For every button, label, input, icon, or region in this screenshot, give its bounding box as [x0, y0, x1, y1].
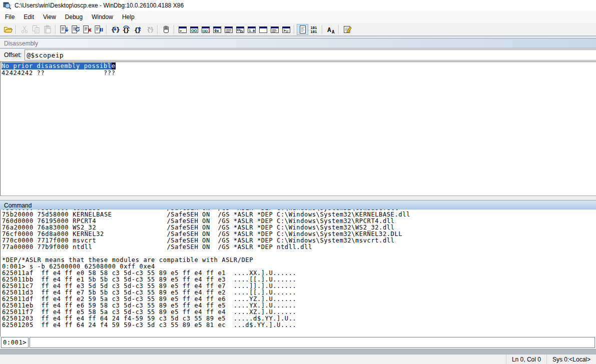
restart-button[interactable]: [70, 24, 81, 35]
open-command-browser-button[interactable]: >: [280, 24, 292, 35]
memory-window-icon: [224, 24, 234, 34]
pane-splitter[interactable]: [0, 196, 596, 200]
call-stack-window-icon: [235, 24, 245, 34]
copy-icon: [31, 24, 41, 34]
stop-debugging-button[interactable]: [81, 24, 93, 35]
command-input[interactable]: [30, 337, 595, 348]
step-into-button[interactable]: {}: [109, 24, 121, 35]
command-window-icon: >_: [178, 24, 188, 34]
scratch-pad-icon: 1.0: [247, 24, 257, 34]
disassembly-pane-title: Disassembly: [0, 38, 596, 48]
command-output-text: 75a40000 75b5f000 combase /SafeSEH ON /G…: [2, 210, 596, 328]
open-memory-window-button[interactable]: [223, 24, 234, 35]
title-bar: C:\Users\win\Desktop\oscp.exe - WinDbg:1…: [0, 0, 596, 11]
go-icon: [59, 24, 69, 34]
menu-item-help[interactable]: Help: [118, 12, 139, 22]
command-browser-icon: >: [281, 24, 291, 34]
open-source-file-button[interactable]: [2, 24, 14, 35]
disassembly-selected-line[interactable]: No prior disassembly possible: [2, 62, 116, 70]
status-line-col: Ln 0, Col 0: [506, 354, 546, 364]
window-bottom-edge: [0, 349, 596, 354]
go-button[interactable]: [58, 24, 70, 35]
command-pane-title-label: Command: [4, 202, 32, 209]
command-prompt-row: 0:001>: [0, 336, 596, 349]
breakpoint-hand-icon: [161, 24, 171, 34]
paste-button: [42, 24, 53, 35]
menu-item-debug[interactable]: Debug: [61, 12, 87, 22]
offset-row: Offset:: [0, 48, 596, 62]
status-bar: Ln 0, Col 0 Sys 0:<Local>: [0, 354, 596, 364]
toolbar-separator: [322, 25, 323, 34]
break-button[interactable]: [93, 24, 104, 35]
svg-text:A: A: [327, 26, 331, 34]
disassembly-content[interactable]: No prior disassembly possible 42424242 ?…: [0, 62, 596, 196]
break-icon: [94, 24, 104, 34]
open-scratch-pad-button[interactable]: 1.0: [246, 24, 257, 35]
cut-button: [19, 24, 30, 35]
menu-item-view[interactable]: View: [39, 12, 60, 22]
command-prompt-label: 0:001>: [1, 337, 29, 348]
command-pane-title: Command: [0, 200, 596, 210]
menu-item-edit[interactable]: Edit: [20, 12, 38, 22]
svg-text:0x: 0x: [214, 28, 219, 33]
menu-item-window[interactable]: Window: [88, 12, 117, 22]
source-mode-off-button[interactable]: 101101: [308, 24, 320, 35]
open-processes-threads-button[interactable]: [269, 24, 280, 35]
offset-input[interactable]: [25, 50, 596, 60]
toolbar-separator: [106, 25, 107, 34]
toolbar-separator: [294, 25, 295, 34]
font-icon: AA: [326, 24, 336, 34]
toolbar: {}{}{}{}>_?0x1.0>101101AA: [0, 24, 596, 36]
copy-button: [30, 24, 42, 35]
svg-text:>_: >_: [180, 29, 184, 33]
toolbar-separator: [16, 25, 17, 34]
locals-window-icon: ?: [201, 24, 211, 34]
disassembly-window-icon: [258, 24, 268, 34]
windbg-magnifier-icon: [3, 2, 12, 10]
toolbar-separator: [338, 25, 339, 34]
open-watch-window-button[interactable]: [188, 24, 200, 35]
open-disassembly-window-button[interactable]: [257, 24, 269, 35]
menu-item-file[interactable]: File: [1, 12, 19, 22]
step-out-button[interactable]: {}: [132, 24, 144, 35]
disassembly-pane-title-label: Disassembly: [4, 40, 38, 47]
svg-text:101: 101: [310, 30, 317, 34]
command-output-pane[interactable]: 75a40000 75b5f000 combase /SafeSEH ON /G…: [0, 210, 596, 336]
step-out-icon: {}: [133, 24, 143, 34]
font-button[interactable]: AA: [325, 24, 336, 35]
stop-debugging-icon: [82, 24, 92, 34]
open-registers-window-button[interactable]: 0x: [211, 24, 223, 35]
windbg-window: C:\Users\win\Desktop\oscp.exe - WinDbg:1…: [0, 0, 596, 364]
svg-text:}: }: [150, 26, 154, 34]
svg-text:?: ?: [208, 29, 210, 34]
registers-window-icon: 0x: [212, 24, 222, 34]
disassembly-caret: e: [112, 62, 116, 70]
disassembly-line[interactable]: 42424242 ?? ???: [2, 70, 116, 76]
step-into-icon: {}: [110, 24, 120, 34]
cut-icon: [20, 24, 30, 34]
svg-text:>: >: [283, 28, 286, 33]
processes-threads-window-icon: [270, 24, 280, 34]
svg-text:1.0: 1.0: [249, 29, 255, 33]
svg-text:101: 101: [310, 26, 317, 30]
open-locals-window-button[interactable]: ?: [200, 24, 211, 35]
watch-window-icon: [189, 24, 199, 34]
step-over-icon: {}: [122, 24, 132, 34]
status-system: Sys 0:<Local>: [546, 354, 596, 364]
step-over-button[interactable]: {}: [121, 24, 132, 35]
svg-text:}: }: [116, 26, 120, 34]
source-mode-on-button[interactable]: [297, 24, 308, 35]
insert-breakpoint-button[interactable]: [160, 24, 172, 35]
offset-label: Offset:: [0, 52, 25, 58]
open-source-file-icon: [3, 24, 13, 34]
paste-icon: [43, 24, 53, 34]
menu-bar: FileEditViewDebugWindowHelp: [0, 11, 596, 24]
options-icon: [342, 24, 352, 34]
restart-icon: [71, 24, 81, 34]
svg-text:A: A: [332, 30, 335, 34]
open-command-window-button[interactable]: >_: [177, 24, 188, 35]
open-call-stack-window-button[interactable]: [234, 24, 246, 35]
toolbar-separator: [157, 25, 158, 34]
options-button[interactable]: [341, 24, 353, 35]
toolbar-separator: [55, 25, 56, 34]
